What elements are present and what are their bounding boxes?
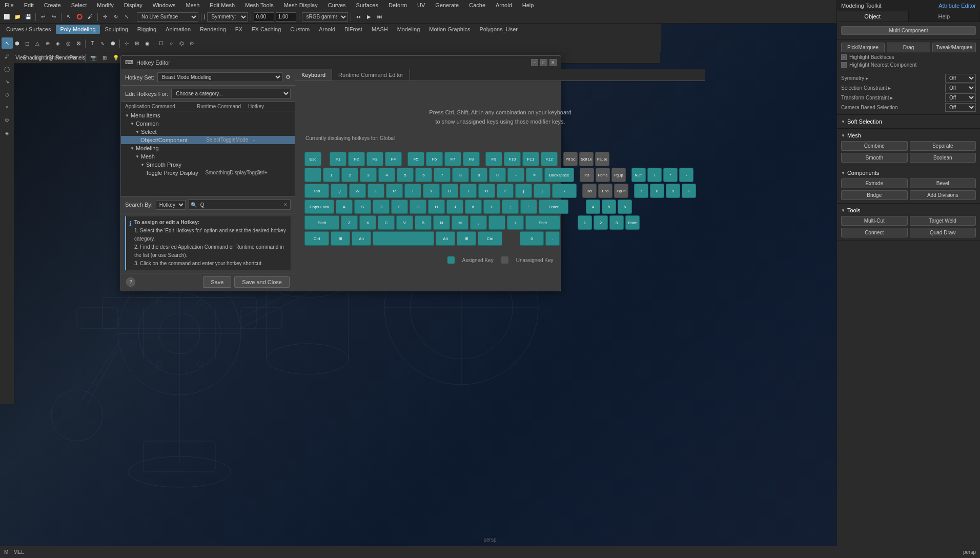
key-num8[interactable]: 8 [650,184,664,198]
key-d[interactable]: D [373,200,390,214]
toolbar-redo[interactable]: ↪ [49,12,58,22]
tool-sculpt[interactable]: ◯ [2,63,13,74]
key-y[interactable]: Y [423,184,440,198]
key-end[interactable]: End [598,184,612,198]
vp-light-icon[interactable]: 💡 [111,53,120,63]
tool-measure[interactable]: ⌖ [2,102,13,113]
bevel-btn[interactable]: Bevel [910,178,976,188]
help-button[interactable]: ? [126,277,135,287]
search-input[interactable] [198,201,281,209]
camera-based-dropdown[interactable]: Off [945,103,976,112]
key-j[interactable]: J [446,200,463,214]
key-prtsc[interactable]: Prt Sc [563,152,578,166]
toolbar-snap-icon[interactable]: ⊹ [122,39,131,48]
toolbar-new[interactable]: ⬜ [2,12,11,22]
menu-modify[interactable]: Modify [95,1,115,9]
tab-custom[interactable]: Custom [286,25,314,34]
key-g[interactable]: G [410,200,426,214]
key-del[interactable]: Del [582,184,597,198]
menu-edit-mesh[interactable]: Edit Mesh [208,1,237,9]
tab-runtime-command[interactable]: Runtime Command Editor [332,69,410,81]
toolbar-curve-icon[interactable]: ∿ [98,39,107,48]
dialog-close[interactable]: ✕ [549,59,557,66]
menu-deform[interactable]: Deform [386,1,409,9]
key-5[interactable]: 5 [397,168,414,182]
symmetry-dropdown[interactable]: Symmetry: Off [207,12,248,22]
tree-common[interactable]: ▼ Common [121,119,295,128]
toolbar-grid-icon[interactable]: ⊞ [132,39,141,48]
key-num3[interactable]: 3 [609,215,624,230]
menu-mesh-display[interactable]: Mesh Display [282,1,320,9]
key-l[interactable]: L [483,200,500,214]
save-button[interactable]: Save [203,276,231,288]
toolbar-icon-5[interactable]: ⊕ [43,39,52,48]
key-c[interactable]: C [378,215,395,230]
key-3[interactable]: 3 [360,168,377,182]
key-num-plus[interactable]: + [682,184,696,198]
highlight-nearest-check[interactable] [841,62,847,68]
multicut-btn[interactable]: Multi-Cut [841,216,908,226]
key-ralt[interactable]: Alt [436,231,455,246]
toolbar-icon-7[interactable]: ◎ [64,39,73,48]
vp-cam-icon[interactable]: 📷 [89,53,98,63]
key-v[interactable]: V [396,215,413,230]
play-btn[interactable]: ▶ [364,12,374,22]
toolbar-rotate[interactable]: ↻ [111,12,120,22]
tree-toggle-proxy[interactable]: Toggle Proxy Display SmoothingDisplayTog… [121,169,295,177]
tab-motion-graphics[interactable]: Motion Graphics [425,25,474,34]
key-backslash[interactable]: \ [552,184,577,198]
tab-mash[interactable]: MASH [368,25,392,34]
combine-btn[interactable]: Combine [841,141,908,151]
symmetry-dropdown[interactable]: Off [945,74,976,83]
key-num2[interactable]: 2 [594,215,608,230]
key-f5[interactable]: F5 [407,152,424,166]
key-num4[interactable]: 4 [586,200,600,214]
key-a[interactable]: A [336,200,353,214]
highlight-backfaces-check[interactable] [841,54,847,60]
tree-object-component[interactable]: Object/Component SelectToggleMode - [121,136,295,144]
key-f2[interactable]: F2 [348,152,365,166]
tab-fx-caching[interactable]: FX Caching [248,25,285,34]
toolbar-cyl-icon[interactable]: ⌬ [177,39,186,48]
tools-title[interactable]: Tools [841,206,976,215]
hotkey-set-dropdown[interactable]: Beast Mode Modeling [157,72,282,82]
tool-curve[interactable]: ∿ [2,76,13,87]
key-q[interactable]: Q [331,184,348,198]
tool-select[interactable]: ↖ [2,37,13,49]
key-num-star[interactable]: * [663,168,678,182]
tab-modeling[interactable]: Modeling [393,25,424,34]
toolbar-box-icon[interactable]: ☐ [156,39,166,48]
menu-uv[interactable]: UV [415,1,427,9]
key-rshift[interactable]: Shift [525,215,560,230]
toolbar-icon-6[interactable]: ◈ [53,39,63,48]
key-num-minus[interactable]: - [679,168,693,182]
key-z[interactable]: Z [341,215,358,230]
value-input-2[interactable] [276,12,296,22]
drag-btn[interactable]: Drag [887,43,930,52]
key-minus[interactable]: - [507,168,524,182]
key-tab[interactable]: Tab [304,184,329,198]
key-4[interactable]: 4 [378,168,395,182]
key-num7[interactable]: 7 [634,184,648,198]
key-f[interactable]: F [391,200,408,214]
toolbar-sphere-icon[interactable]: ○ [167,39,176,48]
key-numlk[interactable]: Num [631,168,646,182]
toolbar-torus-icon[interactable]: ⊙ [187,39,196,48]
key-lwin[interactable]: ⊞ [331,231,350,246]
key-equals[interactable]: = [526,168,543,182]
key-f10[interactable]: F10 [504,152,521,166]
key-num5[interactable]: 5 [602,200,616,214]
tool-render[interactable]: ◈ [2,127,13,138]
key-o[interactable]: O [478,184,495,198]
panels-menu[interactable]: Panels [73,53,82,63]
tab-sculpting[interactable]: Sculpting [101,25,132,34]
tab-arnold[interactable]: Arnold [315,25,339,34]
toolbar-save[interactable]: 💾 [24,12,33,22]
key-k[interactable]: K [465,200,482,214]
toolbar-move[interactable]: ✛ [100,12,110,22]
key-rctrl[interactable]: Ctrl [478,231,502,246]
toolbar-magnet-icon[interactable]: ◉ [142,39,152,48]
multi-component-btn[interactable]: Multi-Component [841,26,976,35]
key-n[interactable]: N [433,215,450,230]
key-esc[interactable]: Esc [304,152,321,166]
